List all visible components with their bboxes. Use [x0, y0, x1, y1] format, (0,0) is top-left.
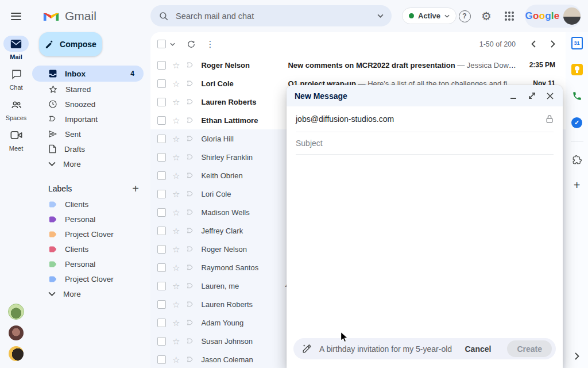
row-checkbox[interactable]	[157, 208, 166, 217]
search-bar[interactable]: Search mail and chat	[150, 5, 392, 26]
star-icon[interactable]: ☆	[172, 227, 180, 235]
importance-marker-icon[interactable]	[186, 337, 195, 346]
star-icon[interactable]: ☆	[172, 135, 180, 143]
contact-avatar[interactable]	[9, 325, 24, 340]
star-icon[interactable]: ☆	[172, 300, 180, 309]
row-checkbox[interactable]	[157, 135, 166, 143]
compose-header[interactable]: New Message	[287, 85, 563, 106]
row-checkbox[interactable]	[157, 171, 166, 180]
older-page-icon[interactable]	[551, 40, 555, 48]
star-icon[interactable]: ☆	[172, 98, 180, 106]
label-item[interactable]: Project Clover	[32, 227, 144, 241]
star-icon[interactable]: ☆	[172, 190, 180, 198]
message-body[interactable]	[287, 155, 563, 368]
importance-marker-icon[interactable]	[186, 208, 195, 217]
label-item[interactable]: Personal	[32, 256, 144, 271]
tasks-icon[interactable]: ✓	[571, 117, 583, 128]
select-all-checkbox[interactable]	[157, 40, 166, 48]
star-icon[interactable]: ☆	[172, 79, 180, 88]
importance-marker-icon[interactable]	[186, 300, 195, 309]
sidebar-item-drafts[interactable]: Drafts	[32, 141, 144, 156]
star-icon[interactable]: ☆	[172, 171, 180, 180]
addons-icon[interactable]	[571, 154, 583, 166]
compose-button[interactable]: Compose	[39, 32, 102, 56]
star-icon[interactable]: ☆	[172, 263, 180, 272]
importance-marker-icon[interactable]	[186, 190, 195, 198]
row-checkbox[interactable]	[157, 61, 166, 70]
sidebar-item-important[interactable]: Important	[32, 112, 144, 126]
newer-page-icon[interactable]	[531, 40, 536, 48]
star-icon[interactable]: ☆	[172, 61, 180, 70]
label-item[interactable]: Clients	[32, 241, 144, 256]
labels-more[interactable]: More	[32, 286, 144, 301]
row-checkbox[interactable]	[157, 319, 166, 327]
account-chip[interactable]: Google	[525, 5, 581, 28]
star-icon[interactable]: ☆	[172, 319, 180, 327]
importance-marker-icon[interactable]	[186, 282, 195, 290]
star-icon[interactable]: ☆	[172, 153, 180, 162]
star-icon[interactable]: ☆	[172, 282, 180, 290]
importance-marker-icon[interactable]	[186, 79, 195, 88]
rail-item-chat[interactable]: Chat	[3, 66, 29, 91]
rail-item-meet[interactable]: Meet	[3, 127, 29, 152]
rail-item-mail[interactable]: Mail	[3, 36, 29, 60]
row-checkbox[interactable]	[157, 190, 166, 198]
importance-marker-icon[interactable]	[186, 98, 195, 106]
refresh-icon[interactable]	[184, 37, 199, 52]
contact-avatar[interactable]	[9, 346, 24, 361]
importance-marker-icon[interactable]	[186, 245, 195, 254]
sidebar-item-snoozed[interactable]: Snoozed	[32, 97, 144, 112]
row-checkbox[interactable]	[157, 300, 166, 309]
row-checkbox[interactable]	[157, 355, 166, 364]
importance-marker-icon[interactable]	[186, 355, 195, 364]
create-button[interactable]: Create	[507, 340, 552, 357]
row-checkbox[interactable]	[157, 98, 166, 106]
row-checkbox[interactable]	[157, 153, 166, 162]
row-checkbox[interactable]	[157, 116, 166, 125]
main-menu-icon[interactable]	[0, 0, 32, 32]
row-checkbox[interactable]	[157, 227, 166, 235]
minimize-icon[interactable]	[509, 91, 518, 101]
keep-icon[interactable]	[571, 64, 583, 75]
importance-marker-icon[interactable]	[186, 263, 195, 272]
row-checkbox[interactable]	[157, 263, 166, 272]
settings-icon[interactable]: ⚙	[478, 8, 494, 24]
row-checkbox[interactable]	[157, 245, 166, 254]
row-checkbox[interactable]	[157, 337, 166, 346]
label-item[interactable]: Project Clover	[32, 271, 144, 286]
label-item[interactable]: Personal	[32, 212, 144, 227]
importance-marker-icon[interactable]	[186, 319, 195, 327]
subject-field[interactable]: Subject	[296, 132, 554, 155]
help-icon[interactable]: ?	[457, 8, 473, 24]
email-row[interactable]: ☆ Roger Nelson New comments on MCR2022 d…	[150, 56, 566, 74]
add-label-icon[interactable]: +	[132, 185, 139, 193]
contact-avatar[interactable]	[8, 304, 24, 320]
search-options-icon[interactable]	[377, 14, 384, 18]
sidebar-item-more[interactable]: More	[32, 156, 144, 171]
search-input[interactable]: Search mail and chat	[176, 12, 370, 21]
sidebar-item-inbox[interactable]: Inbox 4	[32, 66, 144, 82]
star-icon[interactable]: ☆	[172, 355, 180, 364]
rail-item-spaces[interactable]: Spaces	[3, 97, 29, 121]
select-options-icon[interactable]	[170, 43, 175, 46]
show-panel-icon[interactable]	[566, 352, 588, 360]
help-me-write-bar[interactable]: A birthday invitation for my 5-year-old …	[293, 338, 556, 359]
star-icon[interactable]: ☆	[172, 245, 180, 254]
star-icon[interactable]: ☆	[172, 208, 180, 217]
importance-marker-icon[interactable]	[186, 135, 195, 143]
sidebar-item-starred[interactable]: Starred	[32, 82, 144, 97]
apps-grid-icon[interactable]	[501, 8, 517, 24]
prompt-input[interactable]: A birthday invitation for my 5-year-old	[319, 344, 458, 354]
calendar-icon[interactable]: 31	[571, 37, 583, 49]
importance-marker-icon[interactable]	[186, 61, 195, 70]
star-icon[interactable]: ☆	[172, 337, 180, 346]
close-icon[interactable]	[546, 91, 555, 101]
sidebar-item-sent[interactable]: Sent	[32, 126, 144, 141]
label-item[interactable]: Clients	[32, 197, 144, 212]
cancel-button[interactable]: Cancel	[465, 344, 491, 354]
row-checkbox[interactable]	[157, 282, 166, 290]
importance-marker-icon[interactable]	[186, 227, 195, 235]
importance-marker-icon[interactable]	[186, 116, 195, 125]
row-checkbox[interactable]	[157, 79, 166, 88]
star-icon[interactable]: ☆	[172, 116, 180, 125]
